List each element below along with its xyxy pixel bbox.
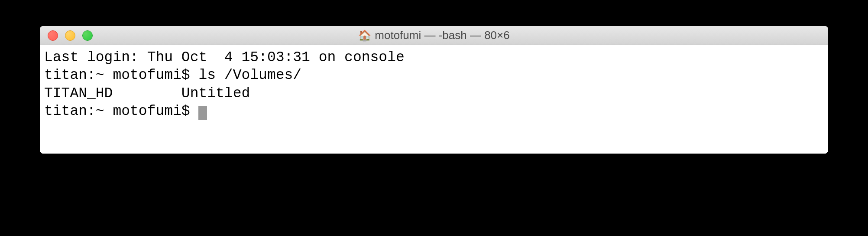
cursor bbox=[198, 106, 207, 120]
maximize-button[interactable] bbox=[82, 30, 93, 41]
terminal-content[interactable]: Last login: Thu Oct 4 15:03:31 on consol… bbox=[40, 45, 828, 154]
window-title-container: 🏠 motofumi — -bash — 80×6 bbox=[358, 29, 509, 42]
terminal-window: 🏠 motofumi — -bash — 80×6 Last login: Th… bbox=[40, 26, 828, 154]
terminal-line: Last login: Thu Oct 4 15:03:31 on consol… bbox=[44, 49, 405, 66]
window-titlebar[interactable]: 🏠 motofumi — -bash — 80×6 bbox=[40, 26, 828, 45]
terminal-prompt: titan:~ motofumi$ bbox=[44, 103, 198, 119]
terminal-line: titan:~ motofumi$ ls /Volumes/ bbox=[44, 67, 301, 83]
traffic-lights bbox=[40, 30, 93, 41]
window-title: motofumi — -bash — 80×6 bbox=[375, 29, 509, 42]
home-icon: 🏠 bbox=[358, 30, 371, 42]
close-button[interactable] bbox=[48, 30, 58, 41]
terminal-line: TITAN_HD Untitled bbox=[44, 85, 250, 102]
minimize-button[interactable] bbox=[65, 30, 75, 41]
